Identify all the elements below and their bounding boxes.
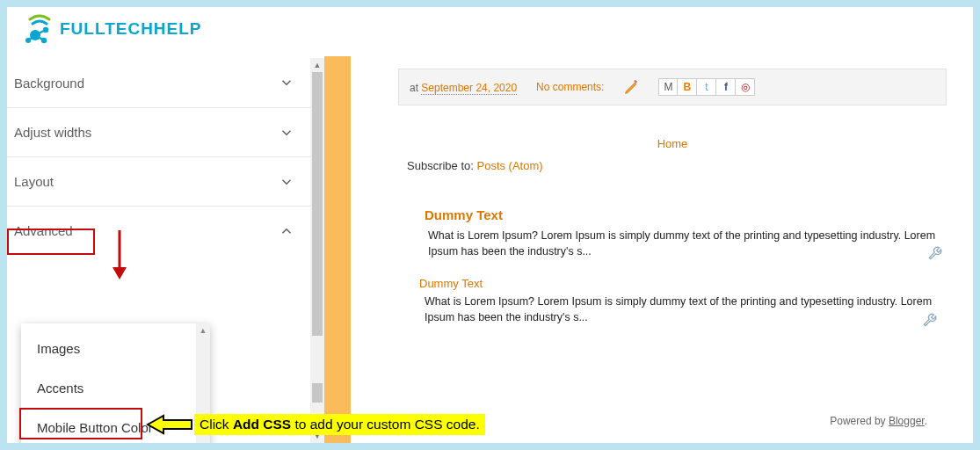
share-facebook-icon[interactable]: f: [716, 78, 736, 96]
home-link[interactable]: Home: [382, 137, 962, 150]
subscribe-line: Subscribe to: Posts (Atom): [407, 159, 962, 172]
scroll-thumb[interactable]: [312, 383, 323, 403]
post-date-link[interactable]: September 24, 2020: [421, 82, 517, 95]
share-twitter-icon[interactable]: t: [697, 78, 716, 96]
theme-sidebar: Background Adjust widths Layout Advanced…: [7, 58, 310, 443]
sidebar-label: Advanced: [14, 223, 73, 238]
preview-gutter: [324, 56, 351, 443]
wrench-icon[interactable]: [927, 245, 943, 261]
related-body-text: What is Lorem Ipsum? Lorem Ipsum is simp…: [425, 294, 941, 325]
subscribe-label: Subscribe to:: [407, 159, 477, 172]
chevron-down-icon: [279, 174, 294, 190]
scroll-up-icon[interactable]: ▲: [196, 323, 210, 338]
sidebar-item-layout[interactable]: Layout: [7, 156, 310, 206]
chevron-down-icon: [279, 75, 294, 91]
meta-at: at September 24, 2020: [410, 81, 517, 94]
chevron-down-icon: [279, 125, 294, 141]
share-buttons: M B t f ◎: [658, 78, 755, 96]
logo-icon: [25, 14, 54, 44]
sidebar-scrollbar[interactable]: ▲ ▼: [310, 58, 324, 443]
share-email-icon[interactable]: M: [658, 78, 678, 96]
logo-text: FULLTECHHELP: [60, 19, 202, 39]
edit-pencil-icon[interactable]: [623, 78, 641, 96]
annotation-callout: Click Add CSS to add your custom CSS cod…: [194, 414, 485, 435]
chevron-up-icon: [279, 223, 294, 239]
blog-footer: Powered by Blogger.: [830, 415, 927, 427]
site-logo[interactable]: FULLTECHHELP: [25, 14, 202, 44]
dropdown-item-accents[interactable]: Accents: [21, 368, 210, 408]
scroll-up-icon[interactable]: ▲: [310, 58, 324, 72]
share-pinterest-icon[interactable]: ◎: [736, 78, 755, 96]
advanced-dropdown: Images Accents Mobile Button Color Add C…: [21, 323, 210, 443]
article-excerpt: What is Lorem Ipsum? Lorem Ipsum is simp…: [428, 228, 941, 259]
wrench-icon[interactable]: [922, 312, 938, 328]
sidebar-label: Adjust widths: [14, 125, 91, 140]
related-title-link[interactable]: Dummy Text: [419, 277, 941, 290]
sidebar-label: Layout: [14, 174, 54, 189]
sidebar-item-adjust-widths[interactable]: Adjust widths: [7, 107, 310, 156]
share-blogger-icon[interactable]: B: [678, 78, 697, 96]
subscribe-link[interactable]: Posts (Atom): [477, 159, 543, 172]
callout-post: to add your custom CSS code.: [291, 417, 480, 432]
sidebar-item-background[interactable]: Background: [7, 58, 310, 107]
footer-text: Powered by: [830, 415, 889, 427]
at-label: at: [410, 82, 421, 94]
callout-bold: Add CSS: [233, 417, 291, 432]
article-title-link[interactable]: Dummy Text: [425, 207, 962, 222]
related-article: Dummy Text What is Lorem Ipsum? Lorem Ip…: [417, 277, 941, 325]
sidebar-label: Background: [14, 76, 84, 91]
dropdown-item-mobile-button-color[interactable]: Mobile Button Color: [21, 408, 210, 443]
no-comments-link[interactable]: No comments:: [536, 81, 604, 93]
blogger-link[interactable]: Blogger: [889, 415, 925, 427]
scroll-thumb[interactable]: [312, 72, 323, 336]
blog-preview: at September 24, 2020 No comments: M B t…: [382, 56, 962, 443]
article-body-text: What is Lorem Ipsum? Lorem Ipsum is simp…: [428, 229, 935, 258]
sidebar-item-advanced[interactable]: Advanced: [7, 206, 310, 255]
post-meta-bar: at September 24, 2020 No comments: M B t…: [398, 69, 947, 105]
dropdown-item-images[interactable]: Images: [21, 329, 210, 368]
preview-margin: [351, 56, 382, 443]
callout-pre: Click: [200, 417, 233, 432]
